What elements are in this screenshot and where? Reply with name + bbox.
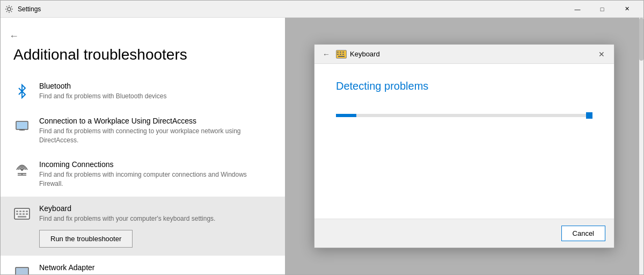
keyboard-desc: Find and fix problems with your computer… (39, 214, 272, 223)
bluetooth-item-content: Bluetooth Find and fix problems with Blu… (39, 82, 272, 101)
workplace-title: Connection to a Workplace Using DirectAc… (39, 117, 272, 125)
keyboard-list-icon (13, 205, 31, 222)
svg-rect-8 (26, 211, 28, 212)
network-adapter-icon (13, 264, 31, 274)
dialog-title-text: Keyboard (350, 50, 594, 58)
back-button[interactable]: ← (1, 28, 285, 44)
incoming-connections-icon (13, 161, 31, 178)
dialog-keyboard-icon (336, 49, 347, 60)
window-title: Settings (18, 5, 565, 13)
run-troubleshooter-button[interactable]: Run the troubleshooter (39, 230, 133, 248)
troubleshooter-list: Bluetooth Find and fix problems with Blu… (1, 74, 285, 274)
svg-point-0 (8, 8, 11, 11)
svg-rect-20 (337, 54, 339, 55)
window-controls: — □ ✕ (565, 1, 639, 18)
progress-fill (336, 114, 356, 117)
network-item-content: Network Adapter Find and fix problems wi… (39, 263, 272, 274)
svg-rect-5 (16, 211, 18, 212)
svg-rect-6 (19, 211, 21, 212)
minimize-button[interactable]: — (565, 1, 590, 18)
settings-panel: ← Additional troubleshooters Bluetooth F… (1, 18, 285, 274)
workplace-desc: Find and fix problems with connecting to… (39, 127, 272, 145)
network-desc: Find and fix problems with wireless and … (39, 273, 272, 274)
detecting-title: Detecting problems (336, 80, 592, 92)
list-item[interactable]: Keyboard Find and fix problems with your… (1, 197, 285, 256)
bluetooth-desc: Find and fix problems with Bluetooth dev… (39, 92, 272, 101)
incoming-item-content: Incoming Connections Find and fix proble… (39, 160, 272, 189)
bluetooth-title: Bluetooth (39, 82, 272, 90)
svg-rect-13 (18, 216, 26, 218)
progress-bar (336, 114, 592, 117)
back-icon: ← (9, 31, 19, 42)
dialog-title-bar: ← (314, 45, 614, 64)
list-item[interactable]: Incoming Connections Find and fix proble… (1, 153, 285, 197)
keyboard-item-content: Keyboard Find and fix problems with your… (39, 204, 272, 248)
svg-rect-19 (342, 52, 344, 53)
main-window: Settings — □ ✕ ← Additional troubleshoot… (0, 0, 644, 275)
close-button[interactable]: ✕ (614, 1, 639, 18)
settings-window-icon (5, 5, 13, 13)
svg-rect-17 (337, 52, 339, 53)
title-bar: Settings — □ ✕ (1, 1, 643, 18)
svg-point-3 (21, 169, 23, 171)
svg-rect-22 (342, 54, 344, 55)
bluetooth-icon (13, 83, 31, 100)
svg-rect-2 (17, 122, 27, 129)
svg-rect-7 (23, 211, 25, 212)
modal-overlay: ← (285, 18, 643, 274)
workplace-item-content: Connection to a Workplace Using DirectAc… (39, 117, 272, 145)
list-item[interactable]: Network Adapter Find and fix problems wi… (1, 256, 285, 274)
page-title: Additional troubleshooters (1, 46, 285, 74)
vertical-scrollbar[interactable] (639, 18, 643, 274)
maximize-button[interactable]: □ (590, 1, 614, 18)
svg-rect-9 (16, 213, 18, 215)
incoming-desc: Find and fix problems with incoming comp… (39, 170, 272, 189)
workplace-icon (13, 118, 31, 135)
cancel-button[interactable]: Cancel (561, 226, 605, 241)
dialog-back-button[interactable]: ← (321, 49, 332, 60)
dialog-close-button[interactable]: ✕ (594, 46, 610, 62)
keyboard-title: Keyboard (39, 204, 272, 213)
keyboard-troubleshooter-dialog: ← (314, 44, 614, 248)
list-item[interactable]: Bluetooth Find and fix problems with Blu… (1, 74, 285, 109)
svg-rect-15 (16, 268, 28, 274)
incoming-title: Incoming Connections (39, 160, 272, 169)
svg-rect-18 (340, 52, 341, 53)
right-area: ← (285, 18, 643, 274)
content-area: ← Additional troubleshooters Bluetooth F… (1, 18, 643, 274)
dialog-footer: Cancel (314, 219, 614, 248)
svg-rect-10 (19, 213, 21, 215)
svg-rect-11 (23, 213, 25, 215)
svg-rect-21 (340, 54, 341, 55)
scrollbar-thumb (639, 18, 643, 61)
network-title: Network Adapter (39, 263, 272, 272)
dialog-body: Detecting problems (314, 64, 614, 219)
svg-rect-12 (26, 213, 28, 215)
list-item[interactable]: Connection to a Workplace Using DirectAc… (1, 109, 285, 153)
progress-marker (586, 112, 592, 119)
svg-rect-23 (338, 56, 345, 57)
